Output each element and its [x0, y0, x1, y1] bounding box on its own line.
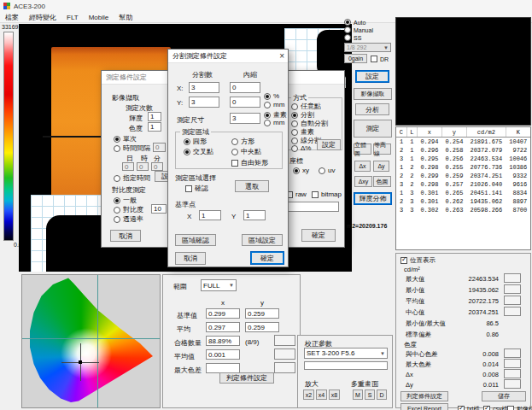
radio-ss[interactable]: SS [344, 34, 361, 41]
table-row[interactable]: 320.2980.25721026.0409616 [396, 180, 530, 189]
single-radio[interactable]: 單次 [114, 134, 137, 144]
base-y-field[interactable]: 1 [243, 210, 266, 220]
radio-manual[interactable]: Manual [344, 26, 373, 33]
measure-ok-button[interactable]: 確定 [301, 229, 336, 242]
area-square-radio[interactable]: 方形 [231, 137, 254, 146]
table-row[interactable]: 110.2940.25421891.67510407 [396, 138, 530, 147]
table-row[interactable]: 120.2980.25520776.73610386 [396, 163, 530, 172]
solid-view-button[interactable]: 立體圖 [354, 144, 371, 155]
contrast-radio[interactable]: 對比度 [114, 205, 143, 214]
delta-y-button[interactable]: Δy [373, 161, 389, 172]
delta-x-button[interactable]: Δx [354, 161, 371, 172]
zoom-x4-button[interactable]: x4 [316, 390, 327, 400]
inset-mm-radio[interactable]: mm [264, 101, 284, 108]
bitmap-checkbox[interactable]: bitmap [312, 190, 342, 198]
base-x-field[interactable]: 1 [199, 210, 221, 220]
save-button[interactable]: 儲存 [482, 391, 526, 401]
close-icon[interactable]: × [279, 51, 284, 61]
x-inset-field[interactable]: 0 [230, 82, 260, 93]
pick-button[interactable]: 選取 [235, 180, 269, 192]
table-row[interactable]: 230.3010.26219435.0628897 [396, 197, 530, 206]
chroma-count-field[interactable]: 1 [148, 122, 161, 132]
area-circle-radio[interactable]: 圓形 [184, 137, 207, 146]
ref-x-field[interactable]: 0.299 [206, 308, 240, 319]
capture-button[interactable]: 影像擷取 [354, 88, 392, 100]
zero-gain-button[interactable]: 0gain [344, 54, 367, 63]
measure-cancel-button[interactable]: 取消 [110, 230, 141, 242]
output-path-field[interactable] [286, 202, 339, 212]
luminance-distribution-button[interactable]: 輝度分佈 [354, 192, 392, 205]
table-row[interactable]: 130.3010.26520451.1418834 [396, 189, 530, 197]
image-file-checkbox[interactable]: 影像檔 [507, 405, 532, 410]
multi-d-button[interactable]: D [377, 390, 387, 400]
position-display-checkbox[interactable]: 位置表示 [400, 256, 436, 265]
split-cancel-button[interactable]: 取消 [175, 252, 206, 265]
stats-judge-button[interactable]: 判定條件設定 [400, 391, 448, 401]
free-rect-checkbox[interactable]: 自由矩形 [231, 158, 268, 167]
ref-y-field[interactable]: 0.259 [245, 308, 279, 319]
menu-item-time-variation[interactable]: 經時變化 [29, 13, 56, 22]
contrast-field[interactable]: 10 [151, 204, 167, 214]
radio-auto[interactable]: Auto [344, 19, 365, 26]
table-row[interactable]: 310.2950.25622463.53410046 [396, 155, 530, 163]
avg-y-field[interactable]: 0.259 [245, 322, 279, 332]
range-dropdown[interactable]: FULL▼ [201, 279, 237, 291]
analyze-button[interactable]: 分析 [355, 103, 389, 115]
zoom-x2-button[interactable]: x2 [303, 390, 314, 400]
coord-uv-radio[interactable]: uv [319, 167, 335, 174]
area-cross-radio[interactable]: 交叉點 [184, 147, 213, 156]
area-select-label: 測定區域選擇 [175, 173, 216, 183]
x-division-field[interactable]: 3 [189, 82, 219, 93]
avg-x-field[interactable]: 0.297 [206, 322, 240, 332]
delta-xy-button[interactable]: Δxy [354, 176, 372, 187]
interval-radio[interactable]: 時間間隔 [114, 144, 150, 153]
zoom-label: 放大 [305, 379, 319, 389]
area-confirm-button[interactable]: 區域確認 [175, 234, 216, 246]
inset-percent-radio[interactable]: % [264, 92, 279, 100]
y-division-field[interactable]: 3 [189, 97, 219, 108]
specified-time-radio[interactable]: 指定時間 [114, 173, 150, 183]
dr-checkbox[interactable]: DR [371, 56, 389, 62]
transmittance-radio[interactable]: 透過率 [114, 214, 143, 224]
calibration-dropdown[interactable]: SET 3-200 F5.6▼ [304, 348, 388, 359]
shutter-dropdown[interactable]: 1/8 292▼ [344, 43, 391, 52]
excel-report-button[interactable]: Excel Report [400, 403, 448, 410]
color-map-button[interactable]: 色圖 [373, 176, 391, 187]
settings-button[interactable]: 設定 [355, 70, 389, 83]
contour-button[interactable]: 等高線 [373, 144, 391, 155]
menu-item-file[interactable]: 檔案 [5, 13, 19, 22]
split-ok-button[interactable]: 確定 [250, 251, 284, 265]
coord-xy-radio[interactable]: xy [293, 167, 309, 174]
multi-s-button[interactable]: S [365, 390, 375, 400]
size-mm-radio[interactable]: mm [264, 119, 284, 126]
stat-label: 中心值 [406, 308, 425, 317]
size-field[interactable]: 3 [230, 113, 260, 124]
table-row[interactable]: 330.3020.26320598.2668700 [396, 206, 530, 214]
table-row[interactable]: 220.2990.25920374.2519332 [396, 172, 530, 180]
luminance-count-field[interactable]: 1 [148, 112, 161, 121]
menu-item-help[interactable]: 幫助 [119, 13, 132, 22]
csv-checkbox[interactable]: csv檔 [483, 405, 508, 410]
dialog-title-bar[interactable]: 分割測定條件設定 × [168, 50, 288, 63]
y-inset-field[interactable]: 0 [230, 97, 260, 108]
color-stat-value: 0.008 [443, 371, 499, 378]
txt-checkbox[interactable]: txt檔 [458, 405, 479, 410]
zoom-x8-button[interactable]: x8 [329, 390, 340, 400]
general-radio[interactable]: 一般 [114, 196, 137, 205]
range-judge-button[interactable]: 判定條件設定 [219, 372, 274, 384]
multi-m-button[interactable]: M [353, 390, 363, 400]
radio-manual-icon [344, 26, 351, 33]
area-center-radio[interactable]: 中央點 [231, 147, 261, 156]
color-indicator-box [504, 359, 521, 368]
confirm-checkbox[interactable]: 確認 [185, 184, 208, 193]
menu-item-mobile[interactable]: Mobile [89, 14, 109, 21]
raw-checkbox[interactable]: raw [286, 190, 307, 198]
measure-button[interactable]: 測定 [354, 120, 392, 138]
method-delta-pct-radio[interactable]: Δ% [291, 144, 311, 152]
luminance-note: m2=20209.176 [347, 223, 387, 229]
method-set-button[interactable]: 設定 [317, 139, 341, 150]
table-row[interactable]: 210.2960.25820372.0799722 [396, 146, 530, 155]
results-table-wrap[interactable]: CLxycd/m2K 110.2940.25421891.67510407210… [395, 126, 531, 250]
area-set-button[interactable]: 區域設定 [242, 234, 283, 246]
menu-item-flt[interactable]: FLT [67, 14, 79, 21]
